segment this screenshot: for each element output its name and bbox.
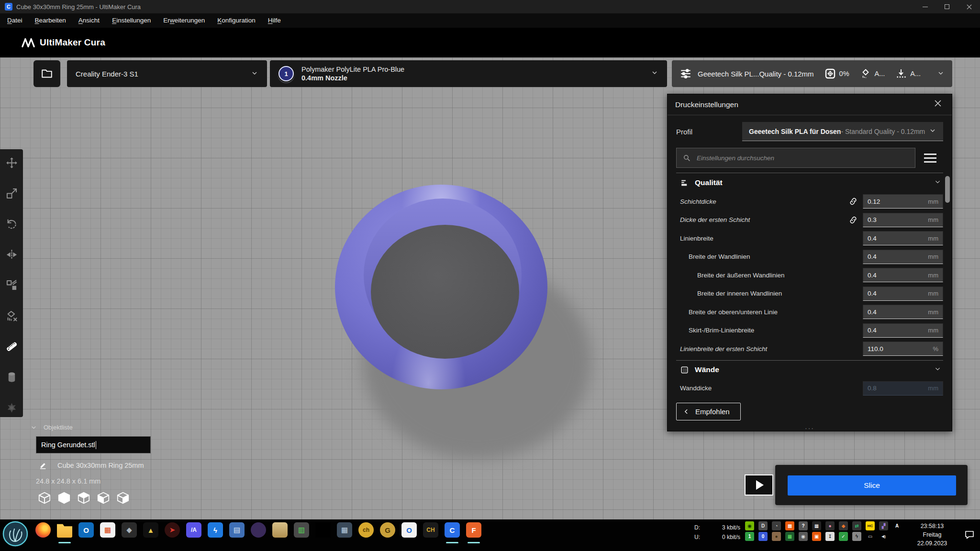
tray-network-monitor-icon[interactable]: ▭ (866, 532, 875, 541)
taskbar-app-doc-app[interactable]: ▤ (229, 522, 245, 543)
view-left-button[interactable] (96, 491, 111, 505)
menu-item-bearbeiten[interactable]: Bearbeiten (29, 13, 72, 28)
tray-qr-grid-icon[interactable]: ▦ (812, 521, 821, 530)
panel-resize-handle[interactable]: ··· (668, 426, 952, 430)
setting-value-field[interactable]: 0.4 mm (863, 231, 943, 245)
taskbar-app-digger-app[interactable] (272, 522, 288, 543)
panel-close-button[interactable] (935, 100, 944, 110)
setting-value-field[interactable]: 0.4 mm (863, 287, 943, 301)
tray-one-green-icon[interactable]: 1 (745, 532, 754, 541)
setting-value-field[interactable]: 0.12 mm (863, 194, 943, 209)
taskbar-app-dart-app[interactable]: ➤ (165, 522, 180, 543)
tray-nvidia-icon[interactable]: ◉ (745, 521, 754, 530)
measure-tool[interactable] (4, 340, 20, 355)
scrollbar-thumb[interactable] (945, 176, 950, 203)
taskbar-app-freecad[interactable]: F (466, 522, 481, 543)
taskbar-app-outlook[interactable]: O (78, 522, 94, 543)
tray-orange-diamond-icon[interactable]: ◆ (839, 521, 848, 530)
tray-color-ball-icon[interactable]: ● (825, 521, 835, 530)
taskbar-clock[interactable]: 23:58:13 Freitag 22.09.2023 (907, 522, 957, 548)
taskbar-app-cura[interactable]: C (445, 522, 460, 543)
setting-value-field[interactable]: 0.3 mm (863, 213, 943, 227)
view-front-button[interactable] (57, 491, 71, 505)
selected-object-row[interactable]: Cube 30x30mm Ring 25mm (38, 460, 144, 470)
menu-item-ansicht[interactable]: Ansicht (72, 13, 106, 28)
settings-search[interactable] (676, 148, 915, 168)
taskbar-app-o-app[interactable]: O (401, 522, 417, 543)
menu-item-erweiterungen[interactable]: Erweiterungen (157, 13, 211, 28)
taskbar-app-prism-app[interactable]: ▲ (143, 522, 158, 543)
settings-menu-icon[interactable] (924, 154, 936, 163)
action-center-button[interactable] (964, 529, 975, 542)
taskbar-app-dots-grid-app[interactable] (315, 522, 331, 543)
settings-search-input[interactable] (696, 154, 909, 162)
firefox-icon (35, 522, 51, 538)
taskbar-app-ch-shield-app[interactable]: CH (423, 522, 438, 543)
tray-usb-icon[interactable]: ↧ (825, 532, 835, 541)
tray-power-plug-icon[interactable]: ϟ (852, 532, 861, 541)
support-blocker-tool[interactable] (4, 309, 20, 325)
taskbar-app-gem-app[interactable]: ◆ (122, 522, 137, 543)
taskbar-app-monitor-app[interactable]: ▥ (294, 522, 309, 543)
mirror-tool[interactable] (4, 248, 20, 264)
tray-speaker-icon[interactable]: ◀) (879, 532, 888, 541)
taskbar-app-office-hub[interactable]: ▦ (100, 522, 115, 543)
setting-value-field[interactable]: 0.4 mm (863, 323, 943, 338)
object-name-input[interactable]: Ring Gerundet.stl (36, 436, 151, 453)
tray-defender-shield-icon[interactable]: ✓ (839, 532, 848, 541)
tray-green-grid-icon[interactable]: ▦ (785, 532, 794, 541)
material-selector[interactable]: 1 Polymaker PolyLite PLA Pro-Blue 0.4mm … (270, 60, 667, 87)
tray-zero-blue-icon[interactable]: 0 (758, 532, 768, 541)
print-settings-selector[interactable]: Geeetech Silk PL...Quality - 0.12mm 0% A… (672, 60, 952, 87)
tray-puzzle-icon[interactable]: ▞ (879, 521, 888, 530)
tray-orange-box-icon[interactable]: ▣ (812, 532, 821, 541)
recommended-mode-button[interactable]: Empfohlen (676, 403, 741, 420)
tray-orange-tool-icon[interactable]: ▩ (785, 521, 794, 530)
profile-dropdown[interactable]: Geeetech Silk PLA für Dosen - Standard Q… (742, 122, 943, 141)
tray-controller-icon[interactable]: ? (799, 521, 808, 530)
menu-item-datei[interactable]: Datei (1, 13, 29, 28)
menu-item-hilfe[interactable]: Hilfe (262, 13, 287, 28)
taskbar-app-cluster-app[interactable] (251, 522, 266, 543)
taskbar-app-coin-g-app[interactable]: G (380, 522, 395, 543)
section-quality[interactable]: Qualität (676, 173, 943, 192)
preview-play-button[interactable] (745, 474, 773, 496)
taskbar-app-slash-a-app[interactable]: /A (186, 522, 201, 543)
view-right-button[interactable] (116, 491, 130, 505)
object-list-header[interactable]: Objektliste (31, 424, 73, 431)
tray-webcam-icon[interactable]: ◉ (799, 532, 808, 541)
taskbar-app-coin-ch-app[interactable]: ch (358, 522, 374, 543)
tab-antiwarping-tool[interactable] (4, 370, 20, 386)
menu-item-konfiguration[interactable]: Konfiguration (211, 13, 262, 28)
section-walls[interactable]: Wände (676, 360, 943, 379)
taskbar-app-bolt-app[interactable]: ϟ (208, 522, 223, 543)
taskbar-app-calculator[interactable]: ▦ (337, 522, 352, 543)
close-button[interactable] (958, 0, 980, 13)
scale-tool[interactable] (4, 187, 20, 202)
tray-letter-a-icon[interactable]: A (892, 521, 902, 530)
taskbar-app-file-explorer[interactable] (57, 522, 72, 543)
menu-item-einstellungen[interactable]: Einstellungen (106, 13, 157, 28)
start-button[interactable] (2, 520, 29, 547)
maximize-button[interactable] (936, 0, 958, 13)
setting-value-field[interactable]: 0.4 mm (863, 268, 943, 282)
setting-value-field[interactable]: 0.4 mm (863, 305, 943, 319)
tray-dog-icon[interactable]: ● (772, 532, 781, 541)
mesh-tools[interactable] (4, 401, 20, 417)
per-model-settings-tool[interactable] (4, 278, 20, 294)
printer-selector[interactable]: Creality Ender-3 S1 (67, 60, 267, 87)
rotate-tool[interactable] (4, 217, 20, 233)
view-top-button[interactable] (77, 491, 91, 505)
tray-gauge-icon[interactable]: ◔ (772, 521, 781, 530)
taskbar-app-firefox[interactable] (35, 522, 51, 543)
setting-value-field[interactable]: 0.4 mm (863, 250, 943, 264)
view-3d-button[interactable] (37, 491, 52, 505)
tray-sync-arrows-icon[interactable]: ⇄ (852, 521, 861, 530)
move-tool[interactable] (4, 156, 20, 172)
setting-value-field[interactable]: 110.0 % (863, 342, 943, 356)
open-file-button[interactable] (33, 60, 60, 87)
tray-d-key-icon[interactable]: D (758, 521, 768, 530)
tray-hc-yellow-icon[interactable]: HC (866, 521, 875, 530)
minimize-button[interactable] (914, 0, 936, 13)
slice-button[interactable]: Slice (788, 475, 956, 496)
